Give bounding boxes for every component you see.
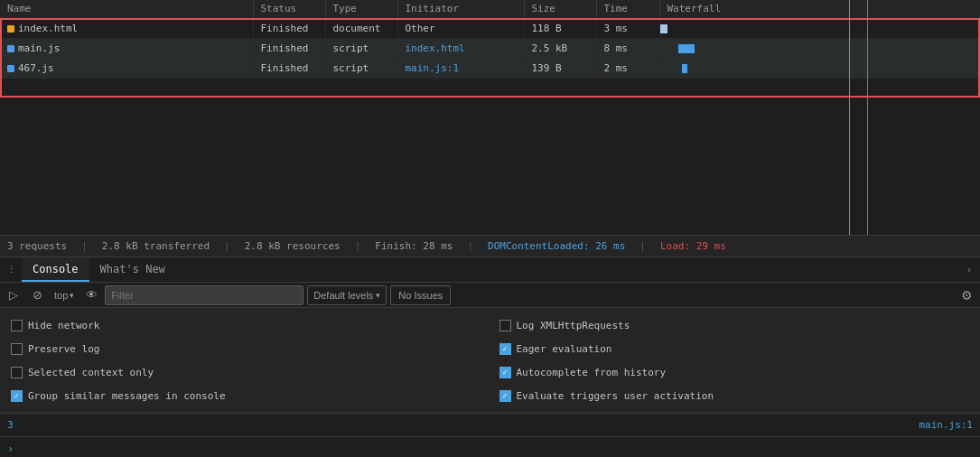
waterfall-bar (682, 64, 687, 73)
label-preserve-log: Preserve log (28, 343, 99, 355)
checkbox-preserve-log[interactable] (11, 343, 23, 355)
row-waterfall (659, 58, 980, 78)
setting-autocomplete[interactable]: Autocomplete from history (499, 362, 970, 382)
status-bar: 3 requests | 2.8 kB transferred | 2.8 kB… (0, 235, 980, 256)
row-initiator: Other (397, 18, 524, 38)
resources-size: 2.8 kB resources (245, 240, 341, 252)
row-waterfall (659, 18, 980, 38)
table-row[interactable]: 467.jsFinishedscriptmain.js:1139 B2 ms (0, 58, 980, 78)
eye-button[interactable]: 👁 (81, 285, 101, 305)
setting-preserve-log[interactable]: Preserve log (11, 339, 481, 359)
row-size: 118 B (524, 18, 596, 38)
console-source-link[interactable]: main.js:1 (919, 419, 973, 431)
levels-button[interactable]: Default levels ▾ (307, 285, 387, 305)
context-selector[interactable]: top ▾ (51, 288, 78, 303)
file-name: 467.js (18, 62, 54, 74)
tab-overflow-icon[interactable]: › (958, 257, 980, 282)
initiator-link[interactable]: main.js:1 (406, 62, 460, 74)
label-group-similar: Group similar messages in console (28, 390, 226, 402)
issues-button[interactable]: No Issues (390, 285, 451, 305)
label-eval-triggers: Evaluate triggers user activation (517, 390, 714, 402)
tab-whats-new[interactable]: What's New (89, 257, 176, 282)
row-waterfall (659, 38, 980, 58)
row-status: Finished (253, 38, 325, 58)
label-eager-eval: Eager evaluation (517, 343, 612, 355)
row-initiator: index.html (397, 38, 524, 58)
console-prompt[interactable]: › (0, 436, 980, 457)
row-time: 2 ms (596, 58, 659, 78)
console-number: 3 (7, 419, 14, 431)
row-type: script (325, 58, 397, 78)
col-size: Size (524, 0, 596, 18)
label-log-xmlhttp: Log XMLHttpRequests (517, 320, 630, 331)
checkbox-selected-context[interactable] (11, 367, 23, 378)
transferred-size: 2.8 kB transferred (102, 240, 210, 252)
setting-hide-network[interactable]: Hide network (11, 315, 481, 335)
waterfall-bar (678, 44, 695, 53)
table-row[interactable]: index.htmlFinisheddocumentOther118 B3 ms (0, 18, 980, 38)
row-time: 8 ms (596, 38, 659, 58)
load-time: Load: 29 ms (660, 240, 726, 252)
initiator-link[interactable]: index.html (406, 42, 465, 54)
row-size: 2.5 kB (524, 38, 596, 58)
table-header: Name Status Type Initiator Size Time Wat… (0, 0, 980, 18)
row-type: document (325, 18, 397, 38)
table-row[interactable]: main.jsFinishedscriptindex.html2.5 kB8 m… (0, 38, 980, 58)
dom-content-loaded: DOMContentLoaded: 26 ms (488, 240, 625, 252)
execute-button[interactable]: ▷ (4, 285, 23, 305)
clear-button[interactable]: ⊘ (27, 285, 47, 305)
requests-count: 3 requests (7, 240, 67, 252)
tabs-menu-icon[interactable]: ⋮ (0, 257, 22, 282)
row-type: script (325, 38, 397, 58)
file-name: index.html (18, 23, 78, 34)
checkbox-log-xmlhttp[interactable] (499, 320, 511, 331)
col-type: Type (325, 0, 397, 18)
col-initiator: Initiator (397, 0, 524, 18)
network-table: Name Status Type Initiator Size Time Wat… (0, 0, 980, 79)
checkbox-autocomplete[interactable] (499, 367, 511, 378)
network-area: Name Status Type Initiator Size Time Wat… (0, 0, 980, 235)
col-waterfall: Waterfall (659, 0, 980, 18)
finish-time: Finish: 28 ms (375, 240, 453, 252)
waterfall-bar (660, 24, 667, 33)
checkbox-hide-network[interactable] (11, 320, 23, 331)
file-icon-html (7, 25, 14, 33)
checkbox-eager-eval[interactable] (499, 343, 511, 355)
checkbox-group-similar[interactable] (11, 390, 23, 402)
row-time: 3 ms (596, 18, 659, 38)
setting-eval-triggers[interactable]: Evaluate triggers user activation (499, 386, 970, 406)
col-status: Status (253, 0, 325, 18)
tab-console[interactable]: Console (22, 257, 89, 282)
col-name: Name (0, 0, 253, 18)
checkbox-eval-triggers[interactable] (499, 390, 511, 402)
row-size: 139 B (524, 58, 596, 78)
context-value: top (54, 290, 68, 301)
label-autocomplete: Autocomplete from history (517, 367, 667, 378)
levels-dropdown-icon: ▾ (376, 291, 380, 300)
prompt-arrow-icon: › (7, 443, 14, 455)
setting-eager-eval[interactable]: Eager evaluation (499, 339, 970, 359)
setting-group-similar[interactable]: Group similar messages in console (11, 386, 481, 406)
row-initiator: main.js:1 (397, 58, 524, 78)
file-icon-js (7, 65, 14, 72)
console-output: 3 main.js:1 (0, 413, 980, 436)
setting-selected-context[interactable]: Selected context only (11, 362, 481, 382)
settings-panel: Hide networkPreserve logSelected context… (0, 307, 980, 413)
filter-input[interactable] (105, 285, 303, 305)
context-dropdown-icon: ▾ (70, 291, 74, 300)
row-status: Finished (253, 18, 325, 38)
settings-button[interactable]: ⚙ (957, 285, 976, 305)
file-icon-js (7, 45, 14, 52)
file-name: main.js (18, 42, 60, 54)
console-toolbar: ▷ ⊘ top ▾ 👁 Default levels ▾ No Issues ⚙ (0, 282, 980, 307)
console-tabs: ⋮ Console What's New › (0, 256, 980, 282)
row-status: Finished (253, 58, 325, 78)
label-selected-context: Selected context only (28, 367, 154, 378)
label-hide-network: Hide network (28, 320, 99, 331)
col-time: Time (596, 0, 659, 18)
setting-log-xmlhttp[interactable]: Log XMLHttpRequests (499, 315, 970, 335)
